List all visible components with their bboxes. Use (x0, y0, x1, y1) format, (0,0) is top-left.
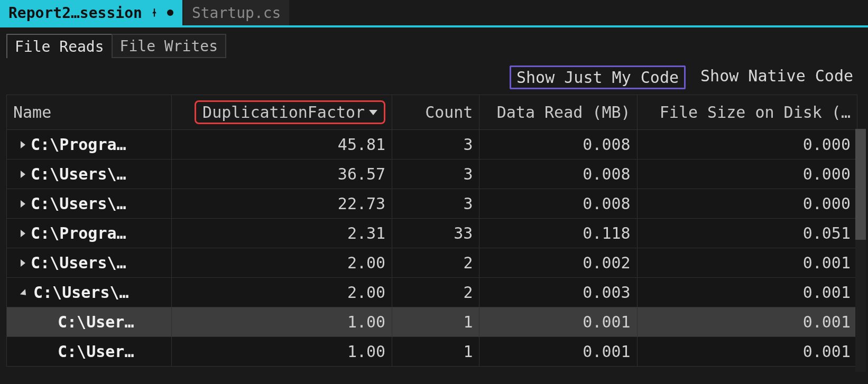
column-header-count[interactable]: Count (392, 95, 479, 130)
file-path: C:\User… (58, 313, 134, 331)
table-row[interactable]: C:\Progra…2.31330.1180.051 (7, 219, 857, 248)
cell-dup: 2.00 (171, 248, 392, 278)
tab-label: File Reads (15, 38, 104, 55)
cell-read: 0.008 (479, 130, 637, 160)
document-tab-report-session[interactable]: Report2…session (0, 0, 183, 25)
cell-count: 2 (392, 278, 479, 307)
cell-read: 0.118 (479, 219, 637, 248)
cell-read: 0.002 (479, 248, 637, 278)
file-path: C:\Progra… (31, 135, 126, 154)
cell-count: 3 (392, 130, 479, 160)
table-row[interactable]: C:\Users\…2.0020.0020.001 (7, 248, 857, 278)
cell-read: 0.001 (479, 337, 637, 367)
expand-icon[interactable] (21, 141, 25, 148)
column-header-duplication-factor[interactable]: DuplicationFactor (171, 95, 392, 130)
svg-point-0 (167, 10, 173, 16)
file-path: C:\Progra… (31, 224, 126, 242)
cell-count: 1 (392, 307, 479, 337)
file-path: C:\Users\… (31, 254, 126, 272)
collapse-icon[interactable] (20, 289, 29, 297)
file-path: C:\Users\… (31, 165, 126, 183)
pin-icon[interactable] (150, 8, 159, 17)
cell-dup: 45.81 (171, 130, 392, 160)
sort-descending-icon (369, 110, 377, 115)
document-tab-startup-cs[interactable]: Startup.cs (183, 0, 291, 25)
cell-read: 0.008 (479, 189, 637, 219)
document-tab-label: Report2…session (8, 4, 142, 22)
file-path: C:\Users\… (33, 283, 129, 302)
table-row[interactable]: C:\Users\…2.0020.0030.001 (7, 278, 857, 307)
column-label: Count (425, 103, 473, 121)
view-tab-bar: File Reads File Writes (6, 34, 862, 58)
cell-size: 0.000 (637, 160, 857, 189)
cell-dup: 1.00 (171, 307, 392, 337)
cell-dup: 36.57 (171, 160, 392, 189)
cell-size: 0.001 (637, 278, 857, 307)
file-path: C:\Users\… (31, 194, 126, 213)
cell-size: 0.000 (637, 189, 857, 219)
table-row[interactable]: C:\Users\…22.7330.0080.000 (7, 189, 857, 219)
cell-read: 0.008 (479, 160, 637, 189)
cell-dup: 1.00 (171, 337, 392, 367)
expand-icon[interactable] (21, 259, 25, 267)
cell-size: 0.000 (637, 130, 857, 160)
document-tab-bar: Report2…session Startup.cs (0, 0, 868, 27)
cell-dup: 2.00 (171, 278, 392, 307)
cell-count: 3 (392, 189, 479, 219)
cell-count: 1 (392, 337, 479, 367)
column-label: Data Read (MB) (497, 103, 631, 121)
column-label: Name (13, 103, 51, 121)
cell-dup: 22.73 (171, 189, 392, 219)
cell-count: 2 (392, 248, 479, 278)
table-row[interactable]: C:\User…1.0010.0010.001 (7, 307, 857, 337)
cell-size: 0.001 (637, 248, 857, 278)
tab-label: File Writes (120, 38, 218, 55)
expand-icon[interactable] (21, 230, 25, 237)
cell-read: 0.001 (479, 307, 637, 337)
column-header-file-size[interactable]: File Size on Disk (… (637, 95, 857, 130)
cell-size: 0.001 (637, 307, 857, 337)
column-header-name[interactable]: Name (7, 95, 172, 130)
expand-icon[interactable] (21, 171, 25, 178)
cell-size: 0.051 (637, 219, 857, 248)
modified-dot-icon (167, 9, 174, 16)
table-row[interactable]: C:\Progra…45.8130.0080.000 (7, 130, 857, 160)
tab-file-writes[interactable]: File Writes (112, 34, 226, 58)
expand-icon[interactable] (21, 200, 25, 208)
column-header-data-read[interactable]: Data Read (MB) (479, 95, 637, 130)
scrollbar-thumb[interactable] (855, 129, 866, 240)
cell-count: 3 (392, 160, 479, 189)
column-label: File Size on Disk (… (660, 103, 851, 121)
file-reads-table: Name DuplicationFactor Count Data Read (… (6, 95, 857, 367)
cell-read: 0.003 (479, 278, 637, 307)
column-label: DuplicationFactor (202, 103, 365, 121)
show-native-code-button[interactable]: Show Native Code (695, 65, 858, 89)
vertical-scrollbar[interactable] (855, 129, 866, 372)
table-row[interactable]: C:\User…1.0010.0010.001 (7, 337, 857, 367)
file-path: C:\User… (58, 342, 134, 361)
table-row[interactable]: C:\Users\…36.5730.0080.000 (7, 160, 857, 189)
cell-dup: 2.31 (171, 219, 392, 248)
filter-bar: Show Just My Code Show Native Code (6, 58, 862, 95)
tab-file-reads[interactable]: File Reads (6, 34, 113, 58)
document-tab-label: Startup.cs (192, 4, 281, 22)
cell-count: 33 (392, 219, 479, 248)
show-just-my-code-button[interactable]: Show Just My Code (510, 65, 686, 89)
cell-size: 0.001 (637, 337, 857, 367)
